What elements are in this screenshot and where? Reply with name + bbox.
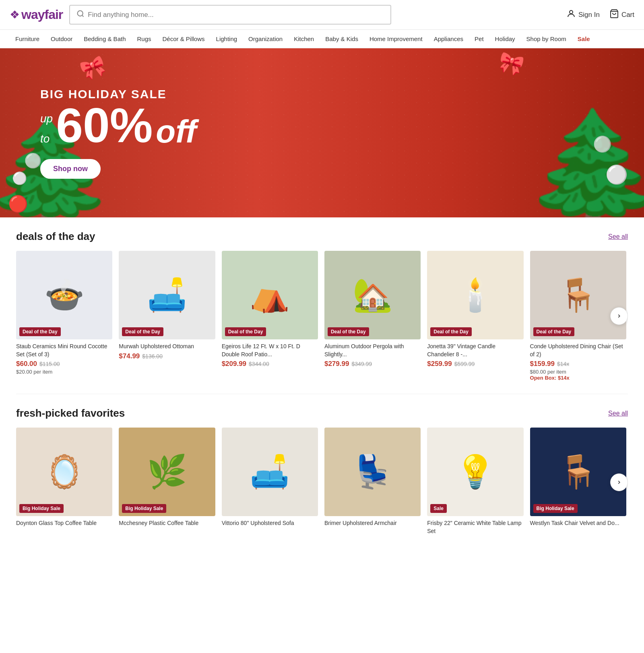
product-badge: Big Holiday Sale (533, 504, 578, 513)
hero-discount: upto 60% off (40, 101, 196, 149)
deals-scroll-right-button[interactable] (610, 307, 628, 325)
product-badge: Deal of the Day (328, 327, 369, 336)
search-icon (76, 10, 85, 20)
nav-item-bedding-bath[interactable]: Bedding & Bath (78, 30, 131, 48)
svg-point-0 (78, 11, 83, 16)
product-card[interactable]: 🌿Big Holiday SaleMcchesney Plastic Coffe… (119, 428, 215, 537)
product-price-row: $159.99$14x (530, 360, 626, 368)
hero-cta-button[interactable]: Shop now (40, 159, 101, 179)
header: ❖ wayfair Sign In Cart (0, 0, 644, 30)
product-original-price: $136.00 (142, 353, 163, 360)
product-name: Staub Ceramics Mini Round Cocotte Set (S… (16, 343, 112, 358)
product-card[interactable]: 🏡Deal of the DayAluminum Outdoor Pergola… (324, 251, 421, 381)
deals-section: deals of the day See all 🍲Deal of the Da… (0, 217, 644, 394)
deals-see-all[interactable]: See all (608, 233, 628, 240)
product-original-price: $344.00 (249, 361, 269, 367)
product-image: 🍲 (16, 251, 112, 339)
product-price-row: $209.99$344.00 (222, 360, 318, 368)
product-badge: Sale (430, 504, 447, 513)
svg-point-2 (570, 10, 573, 14)
nav-item-sale[interactable]: Sale (572, 30, 596, 48)
sign-in-label: Sign In (578, 11, 600, 19)
product-sale-price: $60.00 (16, 360, 37, 368)
nav-item-kitchen[interactable]: Kitchen (288, 30, 320, 48)
product-card[interactable]: 🪞Big Holiday SaleDoynton Glass Top Coffe… (16, 428, 112, 537)
product-image: 🛋️ (222, 428, 318, 516)
fresh-section: fresh-picked favorites See all 🪞Big Holi… (0, 394, 644, 550)
product-image: 🕯️ (427, 251, 523, 339)
product-badge: Deal of the Day (225, 327, 266, 336)
fresh-header: fresh-picked favorites See all (16, 407, 628, 419)
product-card[interactable]: 🍲Deal of the DayStaub Ceramics Mini Roun… (16, 251, 112, 381)
product-sale-price: $159.99 (530, 360, 555, 368)
product-name: Doynton Glass Top Coffee Table (16, 519, 112, 527)
product-card[interactable]: ⛺Deal of the DayEgeiros Life 12 Ft. W x … (222, 251, 318, 381)
logo[interactable]: ❖ wayfair (10, 7, 63, 22)
nav-item-pet[interactable]: Pet (469, 30, 489, 48)
nav-item-lighting[interactable]: Lighting (211, 30, 243, 48)
search-input[interactable] (88, 11, 384, 19)
product-image: ⛺ (222, 251, 318, 339)
hero-off: off (156, 114, 196, 149)
nav-item-baby-kids[interactable]: Baby & Kids (320, 30, 364, 48)
product-card[interactable]: 🛋️Vittorio 80" Upholstered Sofa (222, 428, 318, 537)
product-sale-price: $74.99 (119, 352, 140, 360)
nav-item-rugs[interactable]: Rugs (131, 30, 157, 48)
product-image: 🪑 (530, 428, 626, 516)
header-actions: Sign In Cart (566, 9, 634, 21)
product-name: Egeiros Life 12 Ft. W x 10 Ft. D Double … (222, 343, 318, 358)
product-badge: Big Holiday Sale (122, 504, 166, 513)
hero-upto: upto (40, 109, 53, 149)
product-badge: Deal of the Day (533, 327, 575, 336)
cart-label: Cart (621, 11, 634, 19)
nav-item-organization[interactable]: Organization (243, 30, 288, 48)
product-openbox: Open Box: $14x (530, 375, 626, 381)
product-card[interactable]: 🛋️Deal of the DayMurwah Upholstered Otto… (119, 251, 215, 381)
nav-item-decor-pillows[interactable]: Décor & Pillows (157, 30, 211, 48)
product-card[interactable]: 💺Brimer Upholstered Armchair (324, 428, 421, 537)
product-image: 🪑 (530, 251, 626, 339)
hero-banner: 🌲 🔴 ⚪ ⚪ 🌲 ⚪ ⚪ BIG HOLIDAY SALE upto 60% … (0, 48, 644, 217)
product-badge: Deal of the Day (122, 327, 163, 336)
product-image: 🪞 (16, 428, 112, 516)
deals-product-row: 🍲Deal of the DayStaub Ceramics Mini Roun… (16, 251, 628, 381)
svg-line-1 (82, 15, 84, 17)
nav-item-furniture[interactable]: Furniture (10, 30, 45, 48)
product-original-price: $115.00 (39, 361, 60, 367)
search-bar[interactable] (69, 5, 391, 25)
product-name: Mcchesney Plastic Coffee Table (119, 519, 215, 527)
product-original-price: $599.99 (454, 361, 475, 367)
fresh-see-all[interactable]: See all (608, 410, 628, 417)
product-badge: Big Holiday Sale (19, 504, 64, 513)
hero-percent: 60% (56, 101, 153, 149)
nav-item-appliances[interactable]: Appliances (428, 30, 469, 48)
nav-item-outdoor[interactable]: Outdoor (45, 30, 78, 48)
deals-title: deals of the day (16, 230, 95, 243)
nav-item-shop-by-room[interactable]: Shop by Room (521, 30, 572, 48)
product-name: Westlyn Task Chair Velvet and Do... (530, 519, 626, 527)
fresh-product-row: 🪞Big Holiday SaleDoynton Glass Top Coffe… (16, 428, 628, 537)
fresh-scroll-right-button[interactable] (610, 473, 628, 491)
product-price-row: $279.99$349.99 (324, 360, 421, 368)
user-icon (566, 9, 576, 21)
product-note: $80.00 per item (530, 369, 626, 375)
product-name: Conde Upholstered Dining Chair (Set of 2… (530, 343, 626, 358)
nav-item-holiday[interactable]: Holiday (489, 30, 521, 48)
logo-icon: ❖ (10, 8, 20, 21)
product-name: Murwah Upholstered Ottoman (119, 343, 215, 351)
main-nav: Furniture Outdoor Bedding & Bath Rugs Dé… (0, 30, 644, 48)
cart-icon (609, 9, 619, 21)
product-original-price: $14x (557, 361, 569, 367)
product-sale-price: $209.99 (222, 360, 246, 368)
product-name: Aluminum Outdoor Pergola with Slightly..… (324, 343, 421, 358)
product-card[interactable]: 🕯️Deal of the DayJonetta 39" Vintage Can… (427, 251, 523, 381)
product-price-row: $60.00$115.00 (16, 360, 112, 368)
sign-in-button[interactable]: Sign In (566, 9, 600, 21)
nav-item-home-improvement[interactable]: Home Improvement (364, 30, 428, 48)
cart-button[interactable]: Cart (609, 9, 634, 21)
product-name: Brimer Upholstered Armchair (324, 519, 421, 527)
product-price-row: $259.99$599.99 (427, 360, 523, 368)
product-badge: Deal of the Day (19, 327, 61, 336)
logo-text: wayfair (21, 7, 63, 22)
product-card[interactable]: 💡SaleFrisby 22" Ceramic White Table Lamp… (427, 428, 523, 537)
